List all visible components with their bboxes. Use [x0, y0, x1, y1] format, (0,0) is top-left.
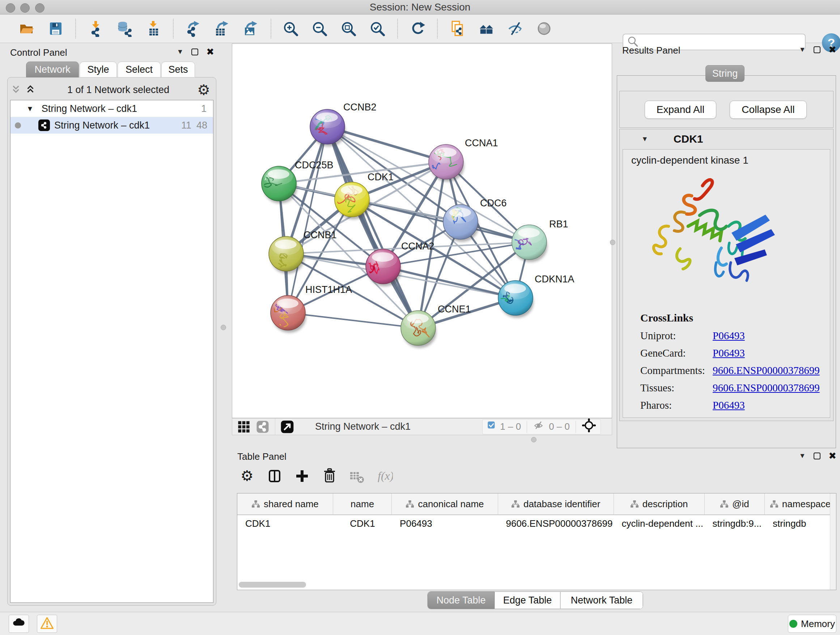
column-type-icon [251, 500, 260, 508]
export-table-button[interactable] [213, 19, 232, 38]
node-label-CDC6: CDC6 [480, 198, 507, 209]
delete-table-button[interactable] [349, 468, 365, 486]
network-node-CCNB2[interactable]: CCNB2 [299, 102, 377, 147]
network-graph-svg[interactable]: CCNB2 CCNA1 CDC25B CDK1 CDC6 [232, 44, 612, 418]
network-node-RB1[interactable]: RB1 [512, 219, 568, 262]
bottom-splitter-handle[interactable] [531, 437, 537, 442]
expand-all-networks-icon[interactable] [25, 84, 36, 95]
table-cell[interactable]: cyclin-dependent ... [614, 515, 704, 532]
tab-network[interactable]: Network [26, 62, 79, 78]
control-panel-close-icon[interactable]: ✖ [206, 48, 214, 56]
table-cell[interactable]: stringdb:9... [704, 515, 765, 532]
expand-all-button[interactable]: Expand All [645, 101, 716, 119]
hidden-node-edge-count: 0 – 0 [549, 421, 570, 432]
network-tree-row[interactable]: ▼ String Network – cdk11 [11, 100, 213, 117]
add-column-button[interactable] [294, 468, 310, 486]
cdk1-section-header[interactable]: ▼ CDK1 [620, 129, 833, 149]
home-view-button[interactable] [477, 19, 496, 38]
collapse-all-networks-icon[interactable] [11, 84, 21, 95]
column-header-name[interactable]: name [333, 494, 392, 515]
table-panel-close-icon[interactable]: ✖ [829, 452, 836, 460]
table-panel-menu-caret-icon[interactable]: ▼ [799, 452, 806, 460]
tab-edge-table[interactable]: Edge Table [494, 592, 561, 609]
network-node-CCNA1[interactable]: CCNA1 [429, 138, 498, 182]
grid-view-icon[interactable] [237, 420, 251, 434]
cytoscape-window: Session: New Session ? Control Panel ▼ ✖… [0, 0, 840, 635]
network-tree-row[interactable]: String Network – cdk1 1148 [11, 117, 213, 134]
table-cell[interactable]: P06493 [392, 515, 498, 532]
cloud-status-button[interactable] [9, 615, 29, 633]
node-label-CCNA1: CCNA1 [465, 138, 498, 149]
column-header-description[interactable]: description [614, 494, 705, 515]
detach-view-icon[interactable] [279, 419, 295, 434]
crosslink-link[interactable]: P06493 [713, 347, 745, 359]
warnings-button[interactable] [37, 615, 57, 633]
import-table-button[interactable] [144, 19, 163, 38]
tab-node-table[interactable]: Node Table [428, 592, 494, 609]
show-columns-button[interactable] [266, 468, 283, 486]
table-cell[interactable]: stringdb [765, 515, 836, 532]
table-cell[interactable]: 9606.ENSP00000378699 [498, 515, 614, 532]
zoom-fit-button[interactable] [339, 19, 358, 38]
column-header-database-identifier[interactable]: database identifier [498, 494, 614, 515]
cdk1-collapse-caret-icon[interactable]: ▼ [641, 135, 648, 143]
string-results-buttons: Expand All Collapse All [619, 91, 834, 128]
export-network-button[interactable] [184, 19, 202, 38]
network-options-gear-icon[interactable]: ⚙ [197, 81, 210, 98]
network-canvas[interactable]: CCNB2 CCNA1 CDC25B CDK1 CDC6 [232, 43, 612, 418]
crosslink-link[interactable]: P06493 [713, 399, 745, 411]
zoom-selected-button[interactable] [368, 19, 387, 38]
left-splitter-handle[interactable] [221, 325, 226, 330]
column-header-shared-name[interactable]: shared name [237, 494, 333, 515]
memory-button[interactable]: Memory [788, 615, 836, 633]
horizontal-scrollbar-thumb[interactable] [239, 582, 306, 587]
control-panel-float-icon[interactable] [191, 49, 198, 55]
network-edge[interactable] [288, 313, 418, 328]
network-edge[interactable] [327, 127, 418, 328]
control-panel: Control Panel ▼ ✖ NetworkStyleSelectSets… [4, 46, 218, 608]
open-session-button[interactable] [17, 19, 36, 38]
save-session-button[interactable] [46, 19, 65, 38]
hide-selected-button[interactable] [506, 19, 524, 38]
zoom-out-button[interactable] [310, 19, 329, 38]
import-network-button[interactable] [86, 19, 105, 38]
tree-expand-caret-icon[interactable]: ▼ [27, 105, 34, 113]
crosslink-link[interactable]: P06493 [713, 330, 745, 342]
column-header--id[interactable]: @id [705, 494, 765, 515]
fit-selected-crosshair-icon[interactable] [582, 418, 596, 435]
clipboard-network-button[interactable] [448, 19, 467, 38]
formula-builder-button[interactable]: f(x) [376, 468, 393, 486]
svg-text:⚙: ⚙ [240, 468, 254, 484]
network-node-HIST1H1A[interactable]: HIST1H1A [264, 284, 352, 333]
crosslink-link[interactable]: 9606.ENSP00000378699 [713, 364, 820, 377]
crosslink-link[interactable]: 9606.ENSP00000378699 [713, 382, 820, 394]
column-header-namespace[interactable]: namespace [765, 494, 836, 515]
table-cell[interactable]: CDK1 [333, 515, 392, 532]
protein-ribbon-svg [645, 172, 783, 297]
delete-column-button[interactable] [321, 468, 338, 486]
vertical-scrollbar-track[interactable] [830, 494, 836, 590]
results-panel-close-icon[interactable]: ✖ [829, 46, 836, 54]
table-row[interactable]: CDK1CDK1P064939606.ENSP00000378699cyclin… [237, 515, 836, 532]
results-panel-float-icon[interactable] [813, 46, 821, 53]
table-panel-float-icon[interactable] [813, 453, 821, 459]
zoom-in-button[interactable] [281, 19, 300, 38]
import-network-database-button[interactable] [115, 19, 134, 38]
control-panel-menu-caret-icon[interactable]: ▼ [177, 48, 183, 56]
tab-sets[interactable]: Sets [161, 62, 195, 78]
collapse-all-button[interactable]: Collapse All [729, 101, 807, 119]
tab-style[interactable]: Style [80, 62, 117, 78]
selected-checkbox-icon[interactable] [487, 421, 496, 432]
tab-string[interactable]: String [706, 65, 745, 82]
tab-network-table[interactable]: Network Table [561, 592, 643, 609]
highlight-button[interactable] [535, 19, 554, 38]
table-options-gear-icon[interactable]: ⚙ [239, 468, 256, 486]
column-header-canonical-name[interactable]: canonical name [392, 494, 498, 515]
network-tree: ▼ String Network – cdk11 String Network … [10, 100, 213, 603]
right-splitter-handle[interactable] [610, 240, 615, 245]
table-cell[interactable]: CDK1 [237, 515, 333, 532]
refresh-view-button[interactable] [408, 19, 427, 38]
results-panel-menu-caret-icon[interactable]: ▼ [799, 46, 806, 54]
tab-select[interactable]: Select [118, 62, 161, 78]
export-image-button[interactable] [242, 19, 261, 38]
